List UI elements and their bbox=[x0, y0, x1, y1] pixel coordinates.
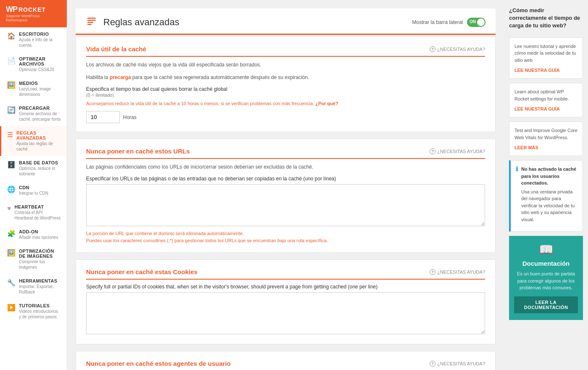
svg-rect-1 bbox=[87, 20, 96, 21]
cookies-help[interactable]: ? ¿NECESITAS AYUDA? bbox=[430, 269, 485, 275]
field-label-text: Especifica el tiempo tras del cual quier… bbox=[86, 86, 227, 92]
doc-title: Documentación bbox=[514, 260, 578, 267]
urls-field-label: Especificar los URLs de las páginas o de… bbox=[86, 176, 485, 182]
sidebar-title-base-datos: BASE DE DATOS bbox=[19, 160, 61, 165]
right-sidebar: ¿Cómo medir correctamente el tiempo de c… bbox=[504, 0, 588, 370]
urls-textarea[interactable] bbox=[86, 184, 485, 226]
tip-card-3: Test and Improve Google Core Web Vitals … bbox=[509, 122, 583, 156]
doc-btn[interactable]: LEER LA DOCUMENTACIÓN bbox=[514, 296, 578, 313]
image-icon: 🖼️ bbox=[7, 81, 16, 89]
sidebar-item-heartbeat[interactable]: ♥ HEARTBEAT Controla el API Heartbeat de… bbox=[0, 200, 67, 225]
vida-util-desc2: Habilita la precarga para que la caché s… bbox=[86, 74, 485, 81]
cookies-help-text: ¿NECESITAS AYUDA? bbox=[437, 270, 485, 275]
help-icon-cookies: ? bbox=[430, 269, 436, 275]
advice-text: Aconsejamos reducir la vida útil de la c… bbox=[86, 100, 485, 107]
sidebar-sub-heartbeat: Controla el API Heartbeat de WordPress bbox=[15, 210, 61, 221]
sidebar-sub-optimizar: Optimizar CSS&JS bbox=[19, 67, 61, 72]
sidebar-toggle[interactable]: ON bbox=[467, 18, 486, 27]
cookies-textarea[interactable] bbox=[86, 292, 485, 334]
toggle-label: Mostrar la barra lateral bbox=[412, 19, 463, 25]
advice-link[interactable]: ¿Por qué? bbox=[315, 101, 338, 106]
sidebar: WP ROCKET Superior WordPress Performance… bbox=[0, 0, 67, 370]
vida-util-title: Vida útil de la caché bbox=[86, 45, 146, 53]
section-cookies: Nunca poner en caché estas Cookies ? ¿NE… bbox=[76, 259, 496, 344]
urls-hint1: La porción de URL que contiene el domini… bbox=[86, 230, 485, 237]
tip-card-1: Lee nuestro tutorial y aprende cómo medi… bbox=[509, 37, 583, 79]
unit-label: Horas bbox=[123, 114, 136, 120]
agentes-help-text: ¿NECESITAS AYUDA? bbox=[437, 361, 485, 366]
precargar-link[interactable]: precarga bbox=[110, 74, 131, 80]
sidebar-item-cdn[interactable]: 🌐 CDN Integrar tu CDN bbox=[0, 181, 67, 200]
sidebar-title-addon: ADD-ON bbox=[19, 229, 61, 234]
sidebar-item-herramientas[interactable]: 🔧 HERRAMIENTAS Importar, Exportar, Rollb… bbox=[0, 274, 67, 299]
info-title: No has activado la caché para los usuari… bbox=[521, 166, 578, 187]
vida-util-help[interactable]: ? ¿NECESITAS AYUDA? bbox=[430, 46, 485, 52]
urls-hints: La porción de URL que contiene el domini… bbox=[86, 230, 485, 244]
section-vida-util: Vida útil de la caché ? ¿NECESITAS AYUDA… bbox=[76, 37, 496, 132]
urls-help[interactable]: ? ¿NECESITAS AYUDA? bbox=[430, 148, 485, 154]
section-agentes: Nunca poner en caché estos agentes de us… bbox=[76, 351, 496, 370]
header-toggle-area: Mostrar la barra lateral ON bbox=[412, 18, 486, 27]
svg-rect-2 bbox=[87, 22, 93, 23]
file-icon: 📄 bbox=[7, 57, 16, 65]
tip-link-1[interactable]: LEE NUESTRA GUÍA bbox=[514, 68, 560, 73]
info-content: No has activado la caché para los usuari… bbox=[521, 166, 578, 226]
sidebar-sub-escritorio: Ayuda e info de la cuenta bbox=[19, 37, 61, 48]
sidebar-item-precargar[interactable]: 🔄 PRECARGAR Generar archivos de caché, p… bbox=[0, 101, 67, 126]
help-icon-urls: ? bbox=[430, 148, 436, 154]
sidebar-item-addon[interactable]: 🧩 ADD-ON Añadir más opciones bbox=[0, 225, 67, 244]
page-title: Reglas avanzadas bbox=[103, 17, 179, 28]
doc-icon: 📖 bbox=[514, 243, 578, 256]
sidebar-item-medios[interactable]: 🖼️ MEDIOS LazyLoad, image dimensions bbox=[0, 77, 67, 101]
sidebar-sub-cdn: Integrar tu CDN bbox=[19, 190, 61, 196]
sidebar-item-base-datos[interactable]: 🗄️ BASE DE DATOS Optimiza, reduce lo sob… bbox=[0, 156, 67, 181]
urls-hint2: Puedes usar los caracteres comodines (.*… bbox=[86, 237, 485, 244]
play-icon: ▶️ bbox=[7, 304, 16, 312]
tip-link-3[interactable]: LEER MÁS bbox=[514, 145, 538, 150]
toggle-on-text: ON bbox=[470, 19, 476, 24]
cache-hours-input[interactable] bbox=[86, 111, 120, 123]
cache-lifetime-group: Horas bbox=[86, 111, 485, 123]
sidebar-sub-medios: LazyLoad, image dimensions bbox=[19, 86, 61, 97]
sidebar-sub-imagenes: Comprimir tus imágenes bbox=[19, 259, 61, 270]
sidebar-title-herramientas: HERRAMIENTAS bbox=[19, 278, 61, 283]
sidebar-item-tutoriales[interactable]: ▶️ TUTORIALES Videos introductorios y de… bbox=[0, 299, 67, 324]
tip-link-2[interactable]: LEE NUESTRA GUÍA bbox=[514, 106, 560, 111]
heartbeat-icon: ♥ bbox=[7, 205, 11, 212]
logo-rocket: ROCKET bbox=[18, 6, 46, 13]
logo-wp: WP bbox=[6, 5, 17, 14]
sidebar-item-imagenes[interactable]: 🖼️ OPTIMIZACIÓN DE IMÁGENES Comprimir tu… bbox=[0, 244, 67, 274]
sidebar-item-escritorio[interactable]: 🏠 ESCRITORIO Ayuda e info de la cuenta bbox=[0, 27, 67, 52]
help-icon-agentes: ? bbox=[430, 361, 436, 367]
tip-text-2: Learn about optimal WP Rocket settings f… bbox=[514, 88, 578, 102]
section-cookies-header: Nunca poner en caché estas Cookies ? ¿NE… bbox=[86, 268, 485, 280]
header-left: Reglas avanzadas bbox=[86, 15, 179, 29]
database-icon: 🗄️ bbox=[7, 161, 16, 169]
cookies-title: Nunca poner en caché estas Cookies bbox=[86, 268, 197, 275]
field-sublabel: (0 = ilimitado) bbox=[86, 92, 114, 98]
logo-sub: Superior WordPress Performance bbox=[6, 14, 61, 22]
sidebar-item-optimizar[interactable]: 📄 OPTIMIZAR ARCHIVOS Optimizar CSS&JS bbox=[0, 52, 67, 77]
tools-icon: 🔧 bbox=[7, 279, 16, 287]
info-card: ℹ No has activado la caché para los usua… bbox=[509, 160, 583, 232]
section-vida-util-header: Vida útil de la caché ? ¿NECESITAS AYUDA… bbox=[86, 45, 485, 57]
cookies-placeholder-label: Specify full or partial IDs of cookies t… bbox=[86, 284, 485, 290]
doc-desc: Es un buen punto de partida para corregi… bbox=[514, 270, 578, 291]
tip-card-2: Learn about optimal WP Rocket settings f… bbox=[509, 83, 583, 117]
section-urls: Nunca poner en caché estos URLs ? ¿NECES… bbox=[76, 139, 496, 253]
home-icon: 🏠 bbox=[7, 32, 16, 40]
sidebar-title-heartbeat: HEARTBEAT bbox=[15, 204, 61, 209]
sidebar-title-precargar: PRECARGAR bbox=[19, 106, 61, 111]
sidebar-item-reglas[interactable]: ☰ REGLAS AVANZADAS Ajusta las reglas de … bbox=[0, 126, 67, 156]
agentes-help[interactable]: ? ¿NECESITAS AYUDA? bbox=[430, 361, 485, 367]
right-sidebar-title: ¿Cómo medir correctamente el tiempo de c… bbox=[509, 7, 583, 30]
sidebar-sub-base-datos: Optimiza, reduce lo sobrante bbox=[19, 166, 61, 177]
info-icon: ℹ bbox=[516, 166, 518, 172]
vida-util-field: Especifica el tiempo tras del cual quier… bbox=[86, 86, 485, 123]
doc-card: 📖 Documentación Es un buen punto de part… bbox=[509, 236, 583, 320]
sidebar-sub-herramientas: Importar, Exportar, Rollback bbox=[19, 284, 61, 295]
field-label-vida-util: Especifica el tiempo tras del cual quier… bbox=[86, 86, 485, 98]
vida-util-help-text: ¿NECESITAS AYUDA? bbox=[437, 47, 485, 52]
sidebar-title-reglas: REGLAS AVANZADAS bbox=[16, 130, 61, 140]
sidebar-title-cdn: CDN bbox=[19, 185, 61, 190]
